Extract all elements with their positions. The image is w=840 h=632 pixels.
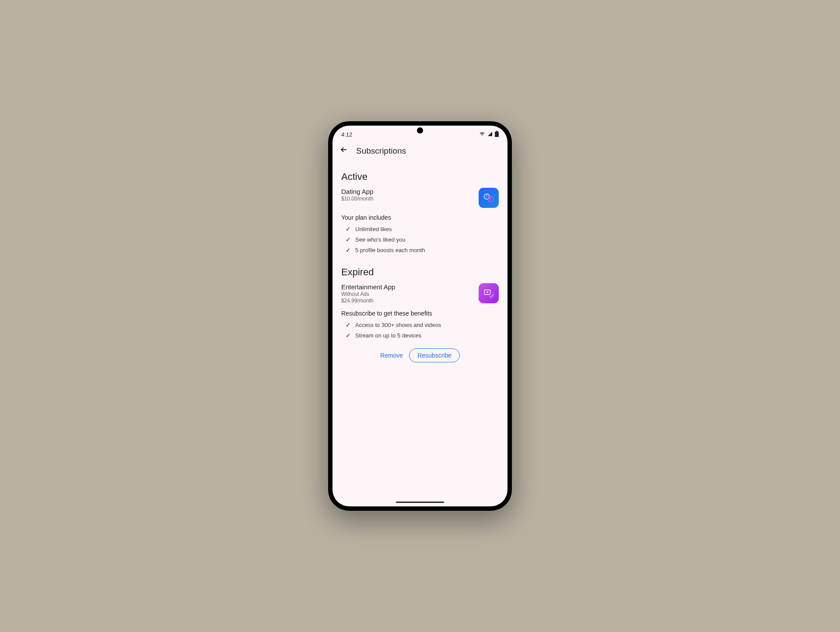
- feature-text: See who's liked you: [355, 236, 406, 243]
- plan-title-expired: Resubscribe to get these benefits: [341, 310, 499, 317]
- section-heading-active: Active: [341, 171, 499, 183]
- status-time: 4:12: [341, 131, 352, 138]
- feature-row: ✓ Access to 300+ shows and videos: [341, 320, 499, 330]
- feature-text: Unlimited likes: [355, 226, 392, 232]
- check-icon: ✓: [346, 332, 351, 339]
- content-area[interactable]: Active Dating App $10.00/month Your plan…: [332, 161, 508, 502]
- remove-button[interactable]: Remove: [380, 352, 403, 359]
- phone-frame: 4:12 Subscriptions Active: [328, 121, 512, 511]
- app-name-expired: Entertainment App: [341, 283, 479, 291]
- price-active: $10.00/month: [341, 196, 479, 202]
- check-icon: ✓: [346, 321, 351, 328]
- section-heading-expired: Expired: [341, 267, 499, 278]
- feature-row: ✓ Stream on up to 5 devices: [341, 330, 499, 341]
- feature-text: Access to 300+ shows and videos: [355, 322, 441, 328]
- price-expired: $24.99/month: [341, 298, 479, 304]
- check-icon: ✓: [346, 236, 351, 243]
- back-button[interactable]: [340, 145, 348, 156]
- nav-indicator[interactable]: [396, 502, 444, 503]
- app-name-active: Dating App: [341, 188, 479, 195]
- app-bar: Subscriptions: [332, 141, 508, 161]
- page-title: Subscriptions: [356, 146, 406, 156]
- resubscribe-button[interactable]: Resubscribe: [409, 348, 460, 362]
- camera-hole: [417, 127, 423, 133]
- svg-rect-0: [495, 132, 499, 137]
- svg-line-5: [492, 295, 494, 297]
- subscription-card-active[interactable]: Dating App $10.00/month: [341, 188, 499, 208]
- status-right: [479, 131, 499, 138]
- svg-rect-1: [496, 131, 498, 132]
- check-icon: ✓: [346, 225, 351, 232]
- feature-text: 5 profile boosts each month: [355, 247, 425, 253]
- entertainment-app-icon: [479, 283, 499, 303]
- subscription-card-expired[interactable]: Entertainment App Without Ads $24.99/mon…: [341, 283, 499, 304]
- feature-row: ✓ 5 profile boosts each month: [341, 245, 499, 255]
- battery-icon: [495, 131, 499, 138]
- check-icon: ✓: [346, 246, 351, 253]
- signal-icon: [487, 131, 493, 138]
- feature-row: ✓ Unlimited likes: [341, 224, 499, 234]
- subtitle-expired: Without Ads: [341, 291, 479, 297]
- feature-text: Stream on up to 5 devices: [355, 332, 421, 339]
- plan-title-active: Your plan includes: [341, 214, 499, 221]
- svg-line-7: [490, 296, 490, 297]
- phone-screen: 4:12 Subscriptions Active: [332, 126, 508, 506]
- dating-app-icon: [479, 188, 499, 208]
- action-row: Remove Resubscribe: [341, 348, 499, 362]
- wifi-icon: [479, 131, 485, 138]
- feature-row: ✓ See who's liked you: [341, 234, 499, 245]
